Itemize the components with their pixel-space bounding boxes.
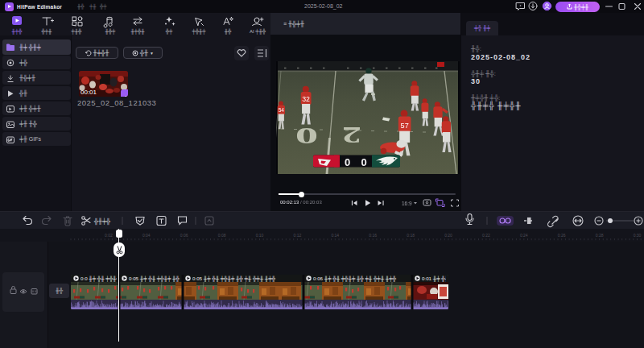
svg-text:╪╬╫╪: ╪╬╫╪ bbox=[191, 28, 206, 35]
svg-text:0:28: 0:28 bbox=[596, 233, 604, 238]
svg-text:0: 0 bbox=[345, 156, 350, 168]
svg-text:0:26: 0:26 bbox=[558, 233, 566, 238]
svg-text:54: 54 bbox=[279, 107, 285, 113]
svg-text:0:22: 0:22 bbox=[482, 233, 490, 238]
svg-text:0:04: 0:04 bbox=[142, 233, 151, 238]
svg-text:0:18: 0:18 bbox=[407, 233, 415, 238]
svg-text:0:01 ╫╪ ╬╫ ╪╬╫╪ ╫╬ ╪╫ ╬╪╫ ╫╪╬: 0:01 ╫╪ ╬╫ ╪╬╫╪ ╫╬ ╪╫ ╬╪╫ ╫╪╬ bbox=[422, 276, 448, 282]
svg-text:0:20: 0:20 bbox=[444, 233, 452, 238]
svg-text:0:06 ╫╪ ╬╫ ╪╬╫╪ ╫╬ ╪╫ ╬╪╫ ╫╪╬: 0:06 ╫╪ ╬╫ ╪╬╫╪ ╫╬ ╪╫ ╬╪╫ ╫╪╬ bbox=[313, 276, 397, 282]
svg-text:╫╪╬: ╫╪╬ bbox=[11, 28, 23, 35]
svg-text:0:12: 0:12 bbox=[294, 233, 302, 238]
svg-text:0:14: 0:14 bbox=[331, 233, 339, 238]
svg-text:0:10: 0:10 bbox=[256, 233, 264, 238]
svg-text:╪╫╬: ╪╫╬ bbox=[71, 28, 83, 35]
svg-text:0:05 ╫╪ ╬╫ ╪╬╫╪ ╫╬ ╪╫ ╬╪╫ ╫╪╬: 0:05 ╫╪ ╬╫ ╪╬╫╪ ╫╬ ╪╫ ╬╪╫ ╫╪╬ bbox=[192, 276, 276, 282]
svg-text:0:30: 0:30 bbox=[634, 233, 642, 238]
svg-text:0:06: 0:06 bbox=[180, 233, 188, 238]
svg-text:0:08: 0:08 bbox=[218, 233, 226, 238]
svg-text:32: 32 bbox=[302, 95, 310, 103]
svg-text:0: 0 bbox=[361, 156, 366, 168]
svg-text:╬╪╫: ╬╪╫ bbox=[41, 28, 53, 35]
svg-text:0:02: 0:02 bbox=[105, 233, 113, 238]
svg-text:2: 2 bbox=[342, 122, 361, 148]
svg-text:0:16: 0:16 bbox=[369, 233, 377, 238]
svg-text:57: 57 bbox=[401, 122, 409, 130]
svg-text:AI ╪╫╬: AI ╪╫╬ bbox=[250, 28, 266, 35]
svg-text:0: 0 bbox=[295, 122, 318, 150]
svg-text:╫╪╬╫: ╫╪╬╫ bbox=[130, 28, 145, 35]
svg-text:╫╬: ╫╬ bbox=[224, 28, 232, 35]
svg-text:╬╪: ╬╪ bbox=[165, 28, 173, 35]
svg-text:╫╬╪: ╫╬╪ bbox=[105, 28, 117, 35]
svg-text:0:24: 0:24 bbox=[520, 233, 528, 238]
svg-text:16:9: 16:9 bbox=[402, 201, 412, 206]
svg-text:╬╫╪╬: ╬╫╪╬ bbox=[93, 218, 110, 226]
